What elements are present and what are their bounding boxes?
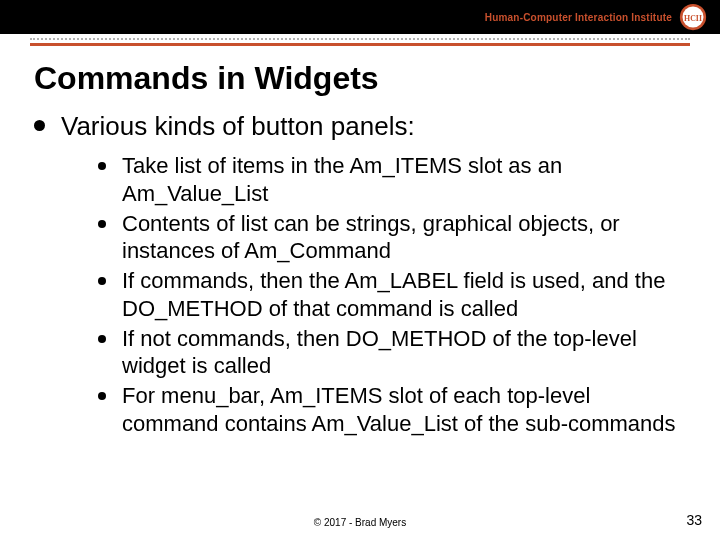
bullet-level1: Various kinds of button panels: — [34, 111, 690, 142]
institute-label: Human-Computer Interaction Institute — [485, 12, 672, 23]
bullet-level2: For menu_bar, Am_ITEMS slot of each top-… — [98, 382, 690, 437]
sub-bullet-list: Take list of items in the Am_ITEMS slot … — [98, 152, 690, 437]
level2-text: If not commands, then DO_METHOD of the t… — [122, 325, 690, 380]
header-bar: Human-Computer Interaction Institute HCI… — [0, 0, 720, 34]
hcii-logo-icon: HCII — [678, 2, 708, 32]
bullet-dot-icon — [98, 162, 106, 170]
svg-text:HCII: HCII — [684, 14, 702, 23]
level1-text: Various kinds of button panels: — [61, 111, 415, 142]
bullet-level2: If not commands, then DO_METHOD of the t… — [98, 325, 690, 380]
page-number: 33 — [686, 512, 702, 528]
bullet-level2: Take list of items in the Am_ITEMS slot … — [98, 152, 690, 207]
bullet-dot-icon — [98, 220, 106, 228]
bullet-dot-icon — [98, 335, 106, 343]
divider-orange — [30, 43, 690, 46]
level2-text: Take list of items in the Am_ITEMS slot … — [122, 152, 690, 207]
slide-title: Commands in Widgets — [34, 60, 720, 97]
bullet-level2: Contents of list can be strings, graphic… — [98, 210, 690, 265]
footer-copyright: © 2017 - Brad Myers — [314, 517, 406, 528]
bullet-dot-icon — [98, 392, 106, 400]
level2-text: If commands, then the Am_LABEL field is … — [122, 267, 690, 322]
divider-dotted — [30, 38, 690, 40]
level2-text: For menu_bar, Am_ITEMS slot of each top-… — [122, 382, 690, 437]
bullet-level2: If commands, then the Am_LABEL field is … — [98, 267, 690, 322]
bullet-dot-icon — [34, 120, 45, 131]
level2-text: Contents of list can be strings, graphic… — [122, 210, 690, 265]
slide-content: Various kinds of button panels: Take lis… — [0, 111, 720, 437]
bullet-dot-icon — [98, 277, 106, 285]
